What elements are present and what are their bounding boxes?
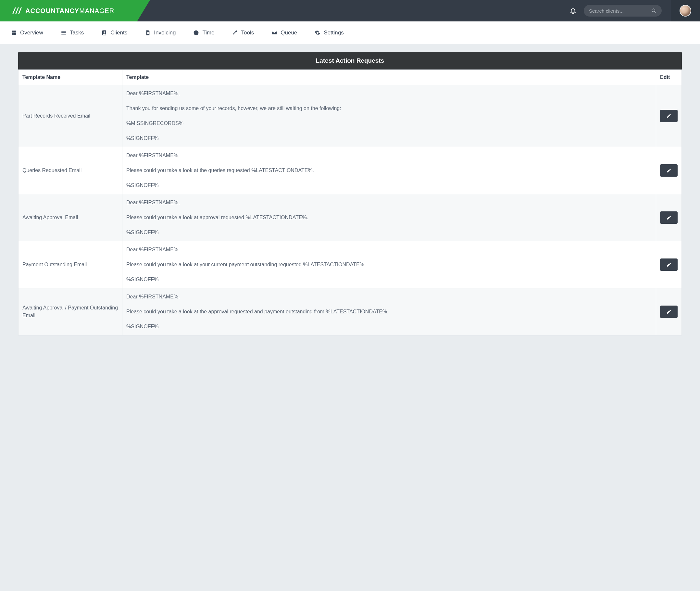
col-header-template: Template [122,70,656,85]
nav-label: Queue [281,29,297,36]
template-name: Queries Requested Email [18,147,122,194]
edit-button[interactable] [660,164,678,177]
notifications-bell-icon[interactable] [569,7,577,14]
nav-label: Tasks [70,29,84,36]
edit-button[interactable] [660,110,678,122]
nav-clients[interactable]: Clients [101,29,127,36]
template-name: Payment Outstanding Email [18,241,122,288]
svg-rect-2 [12,30,14,32]
template-name: Awaiting Approval / Payment Outstanding … [18,288,122,335]
edit-cell [656,85,682,147]
template-paragraph: Dear %FIRSTNAME%, [126,293,652,301]
nav-time[interactable]: Time [193,29,214,36]
svg-rect-11 [147,32,149,33]
brand-strong: ACCOUNTANCY [25,7,79,14]
avatar [680,5,691,16]
template-body: Dear %FIRSTNAME%,Please could you take a… [122,147,656,194]
pencil-icon [666,309,672,314]
svg-line-1 [654,11,656,13]
table-row: Awaiting Approval / Payment Outstanding … [18,288,682,335]
edit-cell [656,288,682,335]
svg-rect-5 [14,33,16,35]
template-paragraph: Thank you for sending us some of your re… [126,105,652,112]
template-paragraph: Please could you take a look at the appr… [126,308,652,316]
content: Latest Action Requests Template Name Tem… [0,44,700,348]
search-box[interactable] [584,5,662,16]
template-name: Awaiting Approval Email [18,194,122,241]
table-row: Payment Outstanding EmailDear %FIRSTNAME… [18,241,682,288]
pencil-icon [666,215,672,220]
template-paragraph: Please could you take a look at approval… [126,214,652,221]
svg-rect-7 [61,32,66,33]
template-body: Dear %FIRSTNAME%,Please could you take a… [122,194,656,241]
template-paragraph: Dear %FIRSTNAME%, [126,90,652,97]
col-header-name: Template Name [18,70,122,85]
svg-point-0 [652,9,655,12]
svg-rect-4 [12,33,14,35]
svg-rect-6 [61,31,66,31]
col-header-edit: Edit [656,70,682,85]
edit-cell [656,194,682,241]
nav-label: Time [202,29,214,36]
svg-rect-3 [14,30,16,32]
table-row: Awaiting Approval EmailDear %FIRSTNAME%,… [18,194,682,241]
template-body: Dear %FIRSTNAME%,Please could you take a… [122,288,656,335]
template-paragraph: %SIGNOFF% [126,182,652,189]
svg-rect-8 [61,34,66,35]
template-paragraph: Dear %FIRSTNAME%, [126,246,652,254]
nav-label: Invoicing [154,29,176,36]
template-name: Part Records Received Email [18,85,122,147]
pencil-icon [666,262,672,267]
edit-button[interactable] [660,306,678,318]
template-body: Dear %FIRSTNAME%,Please could you take a… [122,241,656,288]
edit-cell [656,241,682,288]
template-paragraph: Please could you take a look at your cur… [126,261,652,269]
nav-settings[interactable]: Settings [314,29,344,36]
template-paragraph: %SIGNOFF% [126,134,652,142]
brand-light: MANAGER [79,7,114,14]
nav-queue[interactable]: Queue [271,29,297,36]
table-row: Part Records Received EmailDear %FIRSTNA… [18,85,682,147]
table-row: Queries Requested EmailDear %FIRSTNAME%,… [18,147,682,194]
brand-text: ACCOUNTANCYMANAGER [25,7,114,15]
template-paragraph: %SIGNOFF% [126,228,652,237]
brand[interactable]: ACCOUNTANCYMANAGER [0,0,137,21]
template-paragraph: Please could you take a look at the quer… [126,167,652,174]
template-paragraph: %SIGNOFF% [126,323,652,331]
svg-point-10 [103,31,105,33]
template-paragraph: Dear %FIRSTNAME%, [126,152,652,159]
user-menu[interactable] [671,0,700,21]
nav-invoicing[interactable]: Invoicing [145,29,176,36]
nav-label: Settings [324,29,344,36]
search-input[interactable] [589,8,651,14]
search-icon[interactable] [651,8,656,13]
templates-table: Template Name Template Edit Part Records… [18,69,682,335]
pencil-icon [666,113,672,119]
template-paragraph: %MISSINGRECORDS% [126,120,652,127]
nav-label: Tools [241,29,254,36]
edit-button[interactable] [660,259,678,271]
brand-logo-icon [11,7,22,15]
panel-title: Latest Action Requests [18,52,682,69]
template-paragraph: %SIGNOFF% [126,276,652,283]
pencil-icon [666,168,672,173]
nav-tools[interactable]: Tools [232,29,254,36]
nav-tasks[interactable]: Tasks [61,29,84,36]
topbar: ACCOUNTANCYMANAGER [0,0,700,21]
svg-rect-12 [147,33,149,34]
template-body: Dear %FIRSTNAME%,Thank you for sending u… [122,85,656,147]
nav-overview[interactable]: Overview [11,29,43,36]
nav-label: Overview [20,29,43,36]
edit-cell [656,147,682,194]
template-paragraph: Dear %FIRSTNAME%, [126,199,652,206]
main-nav: Overview Tasks Clients Invoicing Time To… [0,21,700,44]
edit-button[interactable] [660,211,678,224]
nav-label: Clients [111,29,127,36]
